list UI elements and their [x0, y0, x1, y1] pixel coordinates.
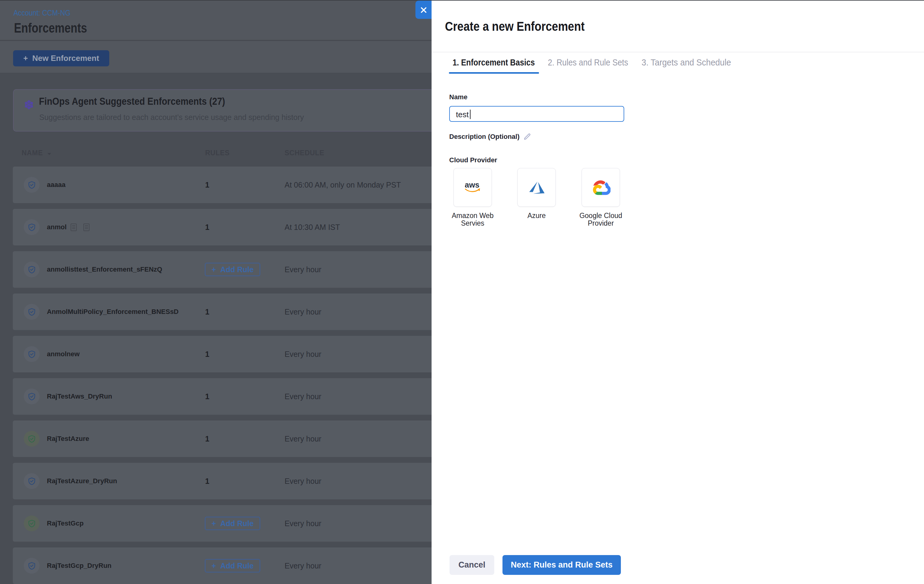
svg-text:aws: aws [465, 180, 479, 189]
